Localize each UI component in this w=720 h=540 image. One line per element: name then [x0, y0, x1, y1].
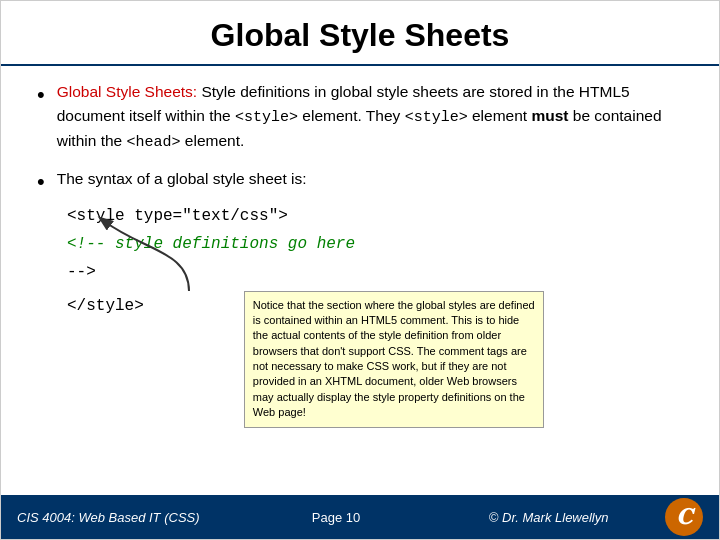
arrow-icon: [84, 211, 194, 301]
bullet-text-1: Global Style Sheets: Style definitions i…: [57, 80, 683, 155]
bullet-text-1b: element. They: [298, 107, 405, 124]
footer-author: © Dr. Mark Llewellyn: [442, 510, 655, 525]
bullet-highlight-1: Global Style Sheets:: [57, 83, 197, 100]
footer-course: CIS 4004: Web Based IT (CSS): [17, 510, 230, 525]
slide-header: Global Style Sheets: [1, 1, 719, 66]
footer-page: Page 10: [230, 510, 443, 525]
bullet-dot-1: •: [37, 82, 45, 108]
bullet-item-2: • The syntax of a global style sheet is:: [37, 167, 683, 195]
bullet-code-1c: <head>: [127, 134, 181, 151]
footer-logo: 𝐂: [665, 498, 703, 536]
slide: Global Style Sheets • Global Style Sheet…: [0, 0, 720, 540]
bottom-section: </style> Notice that the section where t…: [37, 291, 683, 428]
slide-title: Global Style Sheets: [21, 17, 699, 54]
tooltip-text: Notice that the section where the global…: [253, 299, 535, 419]
bullet-text-2: The syntax of a global style sheet is:: [57, 167, 307, 191]
bullet-code-1b: <style>: [405, 109, 468, 126]
bullet-text-1c: element: [468, 107, 532, 124]
slide-footer: CIS 4004: Web Based IT (CSS) Page 10 © D…: [1, 495, 719, 539]
bullet-code-1a: <style>: [235, 109, 298, 126]
bullet-bold-1: must: [531, 107, 568, 124]
bullet-item-1: • Global Style Sheets: Style definitions…: [37, 80, 683, 155]
slide-content: • Global Style Sheets: Style definitions…: [1, 66, 719, 495]
arrow-tooltip-container: Notice that the section where the global…: [184, 291, 544, 428]
bullet-text-1e: element.: [181, 132, 245, 149]
tooltip-box: Notice that the section where the global…: [244, 291, 544, 428]
footer-logo-text: 𝐂: [676, 504, 692, 530]
bullet-dot-2: •: [37, 169, 45, 195]
